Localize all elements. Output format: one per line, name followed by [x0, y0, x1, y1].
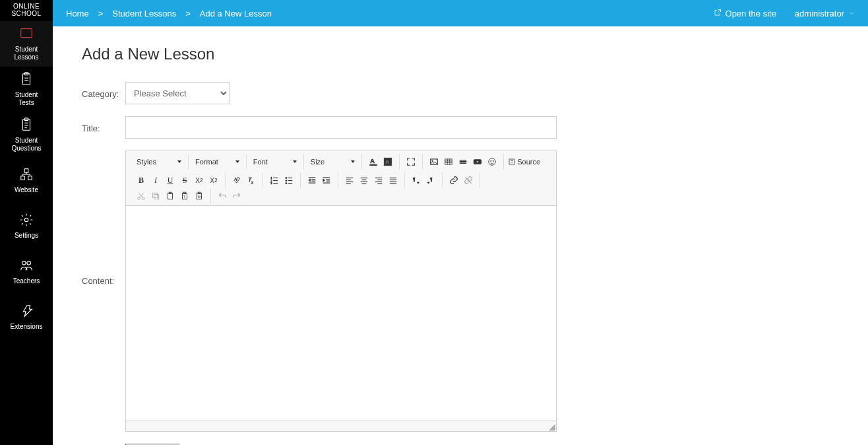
align-justify-button[interactable] [386, 173, 400, 188]
sidebar-item-website[interactable]: Website [0, 158, 53, 203]
rtl-button[interactable]: ¶ [423, 173, 438, 188]
open-site-link[interactable]: Open the site [714, 9, 776, 18]
link-button[interactable] [447, 173, 461, 188]
ltr-button[interactable]: ¶ [409, 173, 423, 188]
copy-button[interactable] [148, 189, 163, 203]
bullet-list-button[interactable] [282, 173, 296, 188]
sidebar-item-student-tests[interactable]: StudentTests [0, 67, 53, 112]
paste-word-button[interactable]: W [192, 189, 206, 203]
resize-handle[interactable] [549, 424, 555, 430]
svg-point-37 [489, 158, 496, 166]
sidebar-item-settings[interactable]: Settings [0, 203, 53, 249]
superscript-button[interactable]: X2 [206, 173, 221, 188]
svg-rect-13 [28, 176, 32, 180]
text-color-button[interactable]: A [366, 154, 381, 169]
svg-text:T: T [183, 195, 185, 199]
content-label: Content: [82, 151, 125, 286]
open-site-label: Open the site [726, 9, 776, 18]
svg-text:A: A [371, 158, 375, 164]
rich-text-editor: Styles Format Font Size A [125, 151, 557, 432]
image-button[interactable] [427, 154, 441, 169]
styles-combo[interactable]: Styles [134, 158, 184, 166]
undo-button[interactable] [215, 189, 230, 203]
svg-point-18 [24, 218, 28, 222]
sidebar: ONLINE SCHOOL StudentLessons StudentTest… [0, 0, 53, 445]
subscript-button[interactable]: X2 [192, 173, 206, 188]
outdent-button[interactable] [305, 173, 319, 188]
strike-button[interactable]: S [177, 173, 192, 188]
copy-formatting-button[interactable] [230, 173, 244, 188]
align-left-button[interactable] [342, 173, 357, 188]
unlink-button[interactable] [461, 173, 476, 188]
svg-marker-61 [309, 179, 311, 182]
svg-rect-92 [154, 195, 159, 199]
svg-point-53 [286, 183, 287, 184]
sidebar-item-label: StudentQuestions [11, 137, 41, 153]
align-right-button[interactable] [371, 173, 386, 188]
svg-text:3: 3 [270, 182, 272, 185]
sidebar-item-student-questions[interactable]: StudentQuestions [0, 112, 53, 158]
table-button[interactable] [441, 154, 456, 169]
svg-text:¶: ¶ [430, 177, 433, 182]
sidebar-item-label: Settings [15, 232, 38, 240]
svg-rect-0 [21, 29, 32, 38]
sidebar-item-student-lessons[interactable]: StudentLessons [0, 21, 53, 67]
tests-icon [19, 72, 34, 88]
indent-button[interactable] [319, 173, 334, 188]
editor-body[interactable] [126, 206, 556, 421]
svg-marker-86 [427, 182, 430, 184]
svg-rect-11 [24, 169, 28, 173]
breadcrumb-add-lesson[interactable]: Add a New Lesson [200, 9, 272, 18]
size-combo[interactable]: Size [308, 158, 357, 166]
svg-point-52 [286, 180, 287, 181]
italic-button[interactable]: I [148, 173, 163, 188]
source-button[interactable]: Source [508, 154, 540, 169]
svg-point-19 [22, 261, 26, 265]
svg-point-51 [286, 177, 287, 178]
page-title: Add a New Lesson [82, 45, 839, 63]
settings-icon [19, 213, 34, 229]
svg-marker-66 [323, 179, 325, 182]
breadcrumb: Home > Student Lessons > Add a New Lesso… [66, 9, 272, 18]
breadcrumb-sep: > [185, 9, 191, 18]
hr-button[interactable] [456, 154, 470, 169]
sidebar-item-extensions[interactable]: Extensions [0, 294, 53, 340]
svg-rect-40 [509, 159, 514, 164]
video-button[interactable] [470, 154, 485, 169]
editor-footer [126, 421, 556, 431]
svg-rect-12 [21, 176, 25, 180]
bold-button[interactable]: B [134, 173, 148, 188]
bg-color-button[interactable]: A [381, 154, 395, 169]
website-icon [19, 167, 34, 184]
numbered-list-button[interactable]: 123 [267, 173, 282, 188]
user-menu[interactable]: administrator [795, 9, 855, 18]
svg-line-91 [139, 193, 143, 197]
align-center-button[interactable] [357, 173, 371, 188]
svg-point-38 [491, 160, 491, 161]
cut-button[interactable] [134, 189, 148, 203]
svg-rect-6 [23, 120, 30, 131]
extensions-icon [19, 304, 34, 320]
breadcrumb-student-lessons[interactable]: Student Lessons [112, 9, 176, 18]
maximize-button[interactable] [404, 154, 418, 169]
logo: ONLINE SCHOOL [0, 0, 53, 21]
redo-button[interactable] [230, 189, 244, 203]
sidebar-item-label: StudentLessons [14, 46, 38, 61]
title-input[interactable] [125, 116, 557, 139]
svg-rect-93 [152, 193, 157, 197]
sidebar-item-teachers[interactable]: Teachers [0, 249, 53, 294]
underline-button[interactable]: U [163, 173, 177, 188]
category-select[interactable]: Please Select [125, 82, 230, 104]
font-combo[interactable]: Font [251, 158, 299, 166]
logo-line1: ONLINE [0, 3, 53, 10]
remove-format-button[interactable]: Tx [244, 173, 259, 188]
svg-text:A: A [385, 159, 389, 165]
paste-button[interactable] [163, 189, 177, 203]
sidebar-item-label: StudentTests [15, 91, 38, 107]
emoji-button[interactable] [485, 154, 499, 169]
paste-text-button[interactable]: T [177, 189, 192, 203]
external-link-icon [714, 9, 722, 18]
svg-point-39 [493, 160, 493, 161]
format-combo[interactable]: Format [193, 158, 242, 166]
breadcrumb-home[interactable]: Home [66, 9, 89, 18]
